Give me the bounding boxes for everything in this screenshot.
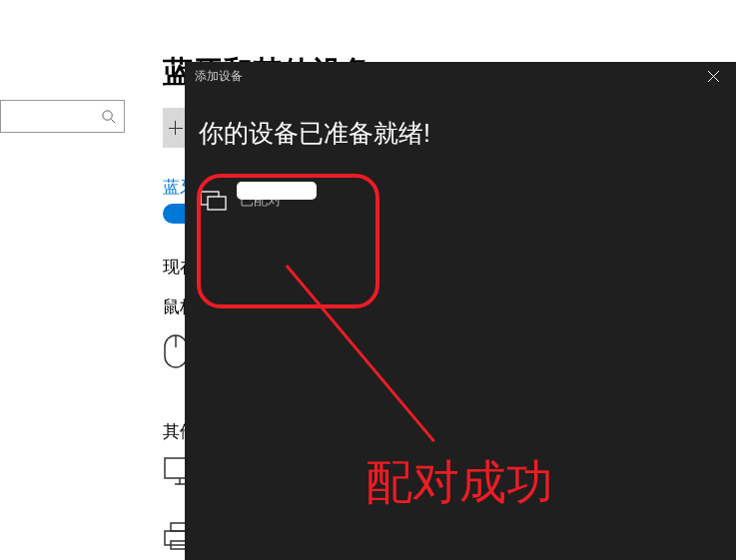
dialog-heading: 你的设备已准备就绪! (199, 117, 430, 150)
annotation-box (197, 174, 379, 308)
close-button[interactable] (691, 62, 736, 90)
search-input[interactable] (0, 100, 125, 133)
svg-point-0 (103, 111, 112, 120)
dialog-title: 添加设备 (185, 62, 736, 90)
search-icon (101, 109, 116, 124)
svg-line-1 (111, 119, 115, 123)
annotation-text: 配对成功 (366, 451, 553, 514)
close-icon (708, 71, 719, 82)
